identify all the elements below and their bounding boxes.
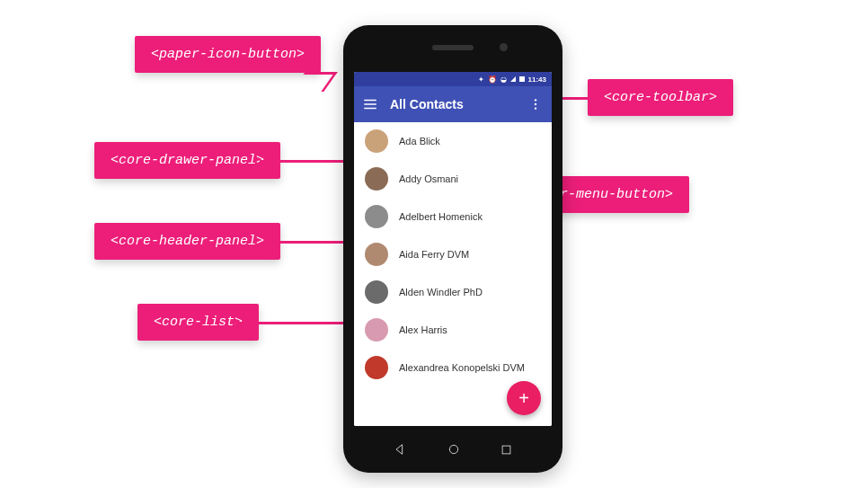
contact-name: Alden Windler PhD (399, 287, 483, 297)
avatar (365, 167, 388, 191)
svg-point-1 (535, 103, 536, 105)
nav-home-icon[interactable] (447, 442, 461, 457)
avatar (365, 318, 388, 342)
more-vert-icon[interactable] (527, 95, 545, 113)
fab-add-button[interactable]: + (507, 381, 541, 415)
contact-name: Addy Osmani (399, 173, 458, 184)
callout-paper-icon-button: <paper-icon-button> (135, 36, 321, 73)
contact-row[interactable]: Aida Ferry DVM (354, 235, 552, 273)
status-clock: 11:43 (528, 75, 546, 84)
device-speaker (432, 45, 474, 50)
avatar (365, 205, 388, 228)
avatar (365, 129, 388, 153)
callout-core-toolbar: <core-toolbar> (588, 79, 733, 116)
battery-icon (519, 76, 525, 82)
contact-name: Ada Blick (399, 136, 440, 146)
contact-name: Adelbert Homenick (399, 211, 483, 222)
nav-back-icon[interactable] (393, 442, 407, 457)
signal-icon (510, 76, 516, 82)
nav-recent-icon[interactable] (500, 443, 513, 457)
contact-row[interactable]: Alden Windler PhD (354, 273, 552, 311)
contact-name: Alex Harris (399, 324, 447, 335)
svg-point-3 (449, 445, 457, 453)
contact-row[interactable]: Addy Osmani (354, 160, 552, 198)
contact-row[interactable]: Alex Harris (354, 311, 552, 349)
app-toolbar: All Contacts (354, 86, 552, 122)
device-camera (500, 43, 508, 51)
menu-icon[interactable] (361, 95, 379, 113)
callout-core-drawer-panel: <core-drawer-panel> (94, 142, 280, 179)
contact-row[interactable]: Adelbert Homenick (354, 198, 552, 235)
app-screen: 11:43 All Contacts Ada BlickAddy OsmaniA… (354, 72, 552, 426)
alarm-icon (488, 75, 497, 84)
wifi-icon (500, 75, 507, 84)
avatar (365, 356, 388, 379)
device-frame: 11:43 All Contacts Ada BlickAddy OsmaniA… (343, 25, 562, 473)
svg-point-2 (535, 107, 536, 109)
avatar (365, 243, 388, 266)
svg-rect-4 (502, 446, 510, 454)
callout-core-header-panel: <core-header-panel> (94, 223, 280, 260)
android-status-bar: 11:43 (354, 72, 552, 86)
contact-row[interactable]: Ada Blick (354, 122, 552, 160)
android-nav-bar (354, 433, 552, 466)
contact-name: Alexandrea Konopelski DVM (399, 362, 525, 373)
contact-name: Aida Ferry DVM (399, 249, 469, 260)
toolbar-title: All Contacts (390, 97, 464, 111)
avatar (365, 280, 388, 304)
svg-point-0 (535, 99, 536, 101)
bluetooth-icon (478, 75, 484, 84)
